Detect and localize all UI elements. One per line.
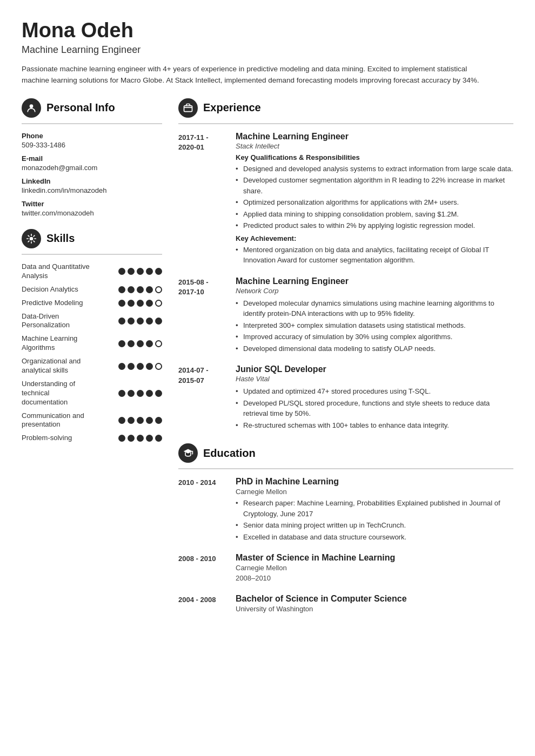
edu-bullet-item: Research paper: Machine Learning, Probab… bbox=[236, 498, 513, 519]
dot-filled bbox=[146, 363, 153, 370]
dot-empty bbox=[155, 300, 162, 307]
linkedin-label: LinkedIn bbox=[22, 177, 162, 185]
experience-content: Machine Learning EngineerStack Intellect… bbox=[236, 132, 513, 267]
experience-divider bbox=[178, 123, 513, 124]
edu-bullet-list: Research paper: Machine Learning, Probab… bbox=[236, 498, 513, 542]
bullet-item: Developed PL/SQL stored procedure, funct… bbox=[236, 398, 513, 419]
edu-year: 2008–2010 bbox=[236, 574, 513, 582]
dot-filled bbox=[137, 286, 144, 293]
experience-entry: 2017-11 - 2020-01Machine Learning Engine… bbox=[178, 132, 513, 267]
dot-filled bbox=[118, 435, 125, 442]
bullet-item: Re-structured schemas with 100+ tables t… bbox=[236, 420, 513, 431]
skill-dots bbox=[118, 340, 162, 347]
school-name: University of Washington bbox=[236, 605, 513, 613]
skill-name: Data and Quantitative Analysis bbox=[22, 262, 92, 281]
resume-header: Mona Odeh Machine Learning Engineer Pass… bbox=[22, 19, 513, 86]
education-icon bbox=[178, 443, 198, 463]
experience-content: Junior SQL DeveloperHaste VitalUpdated a… bbox=[236, 364, 513, 431]
bullet-item: Developed dimensional data modeling to s… bbox=[236, 343, 513, 354]
education-entry: 2010 - 2014PhD in Machine LearningCarneg… bbox=[178, 477, 513, 543]
skill-dots bbox=[118, 286, 162, 293]
education-content: Master of Science in Machine LearningCar… bbox=[236, 553, 513, 584]
skill-row: Communication and presentation bbox=[22, 411, 162, 430]
subsection-title: Key Qualifications & Responsibilities bbox=[236, 153, 513, 161]
company-name: Network Corp bbox=[236, 287, 513, 295]
experience-dates: 2017-11 - 2020-01 bbox=[178, 132, 227, 267]
personal-info-title: Personal Info bbox=[46, 102, 115, 114]
school-name: Carnegie Mellon bbox=[236, 488, 513, 496]
bullet-list: Developed molecular dynamics simulations… bbox=[236, 298, 513, 354]
dot-filled bbox=[155, 318, 162, 325]
dot-filled bbox=[118, 390, 125, 397]
skill-name: Understanding of technical documentation bbox=[22, 380, 92, 407]
skill-row: Organizational and analytical skills bbox=[22, 357, 162, 375]
education-entry: 2008 - 2010Master of Science in Machine … bbox=[178, 553, 513, 584]
dot-filled bbox=[118, 268, 125, 275]
bullet-list: Designed and developed analysis systems … bbox=[236, 164, 513, 231]
candidate-title: Machine Learning Engineer bbox=[22, 44, 513, 56]
dot-filled bbox=[137, 390, 144, 397]
dot-filled bbox=[155, 390, 162, 397]
dot-empty bbox=[155, 340, 162, 347]
dot-empty bbox=[155, 286, 162, 293]
personal-info-section: Personal Info Phone 509-333-1486 E-mail … bbox=[22, 98, 162, 217]
skills-title: Skills bbox=[46, 232, 75, 245]
bullet-item: Updated and optimized 47+ stored procedu… bbox=[236, 386, 513, 397]
dot-filled bbox=[155, 435, 162, 442]
edu-bullet-item: Senior data mining project written up in… bbox=[236, 520, 513, 531]
dot-filled bbox=[128, 286, 135, 293]
phone-value: 509-333-1486 bbox=[22, 141, 162, 149]
svg-point-1 bbox=[30, 237, 34, 241]
dot-filled bbox=[137, 363, 144, 370]
personal-info-divider bbox=[22, 123, 162, 124]
job-title: Machine Learning Engineer bbox=[236, 276, 513, 286]
dot-filled bbox=[146, 417, 153, 424]
skill-row: Data-Driven Personalization bbox=[22, 312, 162, 330]
skill-name: Communication and presentation bbox=[22, 411, 92, 430]
skill-row: Data and Quantitative Analysis bbox=[22, 262, 162, 281]
bullet-item: Interpreted 300+ complex simulation data… bbox=[236, 320, 513, 331]
dot-empty bbox=[155, 363, 162, 370]
dot-filled bbox=[128, 390, 135, 397]
skill-name: Data-Driven Personalization bbox=[22, 312, 92, 330]
bullet-item: Designed and developed analysis systems … bbox=[236, 164, 513, 174]
degree-title: Bachelor of Science in Computer Science bbox=[236, 594, 513, 604]
main-grid: Personal Info Phone 509-333-1486 E-mail … bbox=[22, 98, 513, 625]
twitter-label: Twitter bbox=[22, 200, 162, 208]
bullet-item: Developed molecular dynamics simulations… bbox=[236, 298, 513, 319]
twitter-value: twitter.com/monazodeh bbox=[22, 209, 162, 217]
education-dates: 2004 - 2008 bbox=[178, 594, 227, 615]
skill-name: Problem-solving bbox=[22, 434, 92, 443]
experience-content: Machine Learning EngineerNetwork CorpDev… bbox=[236, 276, 513, 355]
bullet-list: Mentored organization on big data and an… bbox=[236, 245, 513, 266]
svg-rect-2 bbox=[184, 106, 192, 112]
dot-filled bbox=[146, 268, 153, 275]
company-name: Stack Intellect bbox=[236, 142, 513, 150]
education-dates: 2010 - 2014 bbox=[178, 477, 227, 543]
dot-filled bbox=[128, 417, 135, 424]
education-title: Education bbox=[203, 447, 256, 460]
bullet-item: Applied data mining to shipping consolid… bbox=[236, 209, 513, 220]
education-entry: 2004 - 2008Bachelor of Science in Comput… bbox=[178, 594, 513, 615]
subsection-title: Key Achievement: bbox=[236, 234, 513, 242]
email-label: E-mail bbox=[22, 154, 162, 163]
education-header: Education bbox=[178, 443, 513, 463]
experience-title: Experience bbox=[203, 102, 261, 114]
skills-icon bbox=[22, 229, 41, 248]
skill-row: Decision Analytics bbox=[22, 285, 162, 294]
skill-row: Machine Learning Algorithms bbox=[22, 334, 162, 353]
skill-dots bbox=[118, 435, 162, 442]
job-title: Machine Learning Engineer bbox=[236, 132, 513, 141]
linkedin-value: linkedin.com/in/monazodeh bbox=[22, 186, 162, 194]
dot-filled bbox=[128, 268, 135, 275]
education-dates: 2008 - 2010 bbox=[178, 553, 227, 584]
dot-filled bbox=[118, 286, 125, 293]
skill-name: Predictive Modeling bbox=[22, 299, 92, 308]
education-list: 2010 - 2014PhD in Machine LearningCarneg… bbox=[178, 477, 513, 615]
dot-filled bbox=[146, 340, 153, 347]
skills-header: Skills bbox=[22, 229, 162, 248]
experience-dates: 2015-08 - 2017-10 bbox=[178, 276, 227, 355]
degree-title: Master of Science in Machine Learning bbox=[236, 553, 513, 563]
skill-dots bbox=[118, 300, 162, 307]
skill-row: Predictive Modeling bbox=[22, 299, 162, 308]
